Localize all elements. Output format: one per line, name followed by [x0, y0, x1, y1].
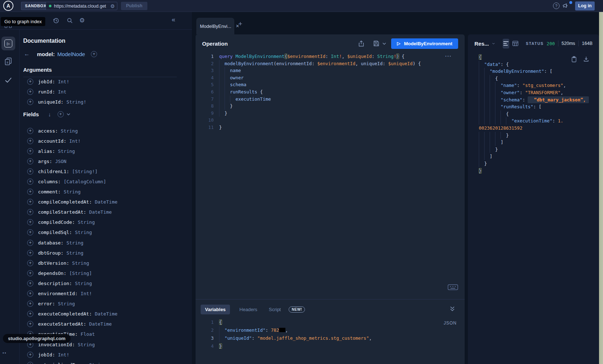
add-field-icon[interactable]: +: [27, 189, 33, 195]
tree-view-toggle[interactable]: [503, 39, 509, 49]
field-type[interactable]: [String]: [69, 271, 92, 276]
field-type[interactable]: [String!]: [72, 169, 97, 174]
login-button[interactable]: Log in: [575, 1, 595, 11]
argument-row[interactable]: +jobId:Int!: [27, 76, 86, 87]
help-icon[interactable]: ?: [553, 3, 560, 9]
add-field-icon[interactable]: +: [27, 270, 33, 276]
field-row[interactable]: +dbtGroup:String: [27, 248, 117, 258]
history-icon[interactable]: [53, 17, 59, 24]
field-row[interactable]: +alias:String: [27, 146, 117, 156]
search-icon[interactable]: [67, 17, 73, 24]
field-row[interactable]: +description:String: [27, 278, 117, 288]
sidebar-item-schema[interactable]: ±: [1, 55, 15, 68]
add-field-icon[interactable]: +: [27, 301, 33, 307]
field-row[interactable]: +comment:String: [27, 187, 117, 197]
add-field-icon[interactable]: +: [27, 229, 33, 235]
add-field-icon[interactable]: +: [27, 89, 33, 95]
add-field-icon[interactable]: +: [27, 240, 33, 246]
field-type[interactable]: String: [75, 281, 92, 286]
endpoint-url-box[interactable]: https://metadata.cloud.get ⚙: [46, 2, 117, 10]
field-type[interactable]: Int!: [69, 138, 80, 144]
endpoint-settings-gear-icon[interactable]: ⚙: [110, 3, 115, 9]
add-field-icon[interactable]: +: [27, 280, 33, 286]
graphql-editor[interactable]: 1query ModelByEnvironment($environmentId…: [202, 53, 421, 131]
field-type[interactable]: String: [75, 230, 92, 235]
panel-divider[interactable]: [196, 299, 465, 300]
add-all-fields-icon[interactable]: +: [91, 51, 97, 57]
field-type[interactable]: DateTime: [95, 199, 118, 205]
add-field-icon[interactable]: +: [27, 290, 33, 297]
add-field-icon[interactable]: +: [27, 321, 33, 327]
field-row[interactable]: +executeStartedAt:DateTime: [27, 319, 117, 329]
sidebar-item-checks[interactable]: [1, 73, 15, 87]
add-field-icon[interactable]: +: [27, 311, 33, 317]
field-type[interactable]: String: [89, 362, 106, 364]
add-field-icon[interactable]: +: [27, 128, 33, 134]
table-view-toggle[interactable]: [512, 39, 519, 49]
field-row[interactable]: +compileStartedAt:DateTime: [27, 207, 117, 217]
tab-variables[interactable]: Variables: [201, 305, 230, 314]
field-type[interactable]: String: [66, 240, 83, 246]
add-field-icon[interactable]: +: [27, 148, 33, 154]
add-field-icon[interactable]: +: [27, 199, 33, 205]
field-row[interactable]: +executeCompletedAt:DateTime: [27, 309, 117, 319]
collapse-sidebar-icon[interactable]: «: [172, 16, 175, 24]
field-type[interactable]: DateTime: [89, 321, 112, 327]
operation-tab[interactable]: ModelByEnvi... ✕: [196, 18, 234, 34]
variables-editor[interactable]: 1{2"environmentId": 782,3"uniqueId": "mo…: [202, 318, 372, 350]
back-arrow-icon[interactable]: ←: [24, 51, 30, 57]
tab-headers[interactable]: Headers: [235, 305, 261, 314]
field-type[interactable]: String!: [66, 99, 86, 105]
field-type[interactable]: Int!: [81, 291, 92, 296]
field-type[interactable]: Int!: [58, 79, 69, 84]
field-row[interactable]: +columns:[CatalogColumn]: [27, 176, 117, 187]
add-field-icon[interactable]: +: [27, 158, 33, 164]
add-field-icon[interactable]: +: [27, 352, 33, 358]
field-row[interactable]: +database:String: [27, 238, 117, 248]
field-type[interactable]: [CatalogColumn]: [64, 179, 106, 184]
field-row[interactable]: +environmentId:Int!: [27, 289, 117, 299]
add-field-icon[interactable]: +: [27, 138, 33, 144]
field-row[interactable]: +dbtVersion:String: [27, 258, 117, 268]
field-type[interactable]: String: [66, 250, 83, 256]
field-row[interactable]: +compiledSql:String: [27, 227, 117, 238]
field-type[interactable]: JSON: [55, 159, 66, 164]
argument-row[interactable]: +uniqueId:String!: [27, 97, 86, 107]
field-type[interactable]: String: [58, 148, 75, 154]
field-type[interactable]: Int: [58, 89, 66, 95]
rail-more-icon[interactable]: ••: [3, 351, 7, 355]
endpoint-url-input[interactable]: https://metadata.cloud.get: [54, 4, 110, 9]
add-field-icon[interactable]: +: [27, 362, 33, 364]
apollo-logo[interactable]: A: [3, 1, 13, 11]
publish-button[interactable]: Publish: [121, 2, 147, 10]
run-operation-button[interactable]: ▷ ModelByEnvironment: [391, 38, 458, 49]
chevron-down-icon[interactable]: [67, 113, 70, 116]
add-field-icon[interactable]: +: [27, 79, 33, 85]
response-json-view[interactable]: {"data": {"modelByEnvironment": [{"name"…: [479, 54, 589, 174]
save-menu-chevron-icon[interactable]: [382, 42, 386, 45]
argument-row[interactable]: +runId:Int: [27, 87, 86, 97]
add-field-icon[interactable]: +: [27, 219, 33, 225]
tab-script[interactable]: Script: [264, 305, 285, 314]
collapse-variables-icon[interactable]: [450, 306, 455, 311]
editor-overflow-menu-icon[interactable]: ⋯: [445, 52, 452, 60]
field-type[interactable]: String: [58, 301, 75, 306]
field-row[interactable]: +compiledCode:String: [27, 217, 117, 227]
field-row[interactable]: +error:String: [27, 299, 117, 309]
field-row[interactable]: +compileCompletedAt:DateTime: [27, 197, 117, 207]
share-icon[interactable]: [359, 41, 364, 47]
sidebar-item-explorer[interactable]: ▷: [1, 37, 15, 50]
field-type[interactable]: String: [64, 189, 81, 194]
field-row[interactable]: +access:String: [27, 126, 117, 136]
field-row[interactable]: +accountId:Int!: [27, 136, 117, 146]
field-type[interactable]: DateTime: [95, 311, 118, 317]
response-menu-chevron-icon[interactable]: [492, 42, 495, 45]
field-row[interactable]: +childrenL1:[String!]: [27, 166, 117, 176]
add-field-icon[interactable]: +: [27, 99, 33, 105]
new-tab-icon[interactable]: +: [238, 20, 242, 28]
add-field-icon[interactable]: +: [27, 250, 33, 256]
field-row[interactable]: +materializedType:String: [27, 360, 117, 364]
keyboard-shortcuts-icon[interactable]: [448, 284, 458, 290]
save-icon[interactable]: [373, 41, 379, 46]
field-row[interactable]: +jobId:Int!: [27, 350, 117, 360]
